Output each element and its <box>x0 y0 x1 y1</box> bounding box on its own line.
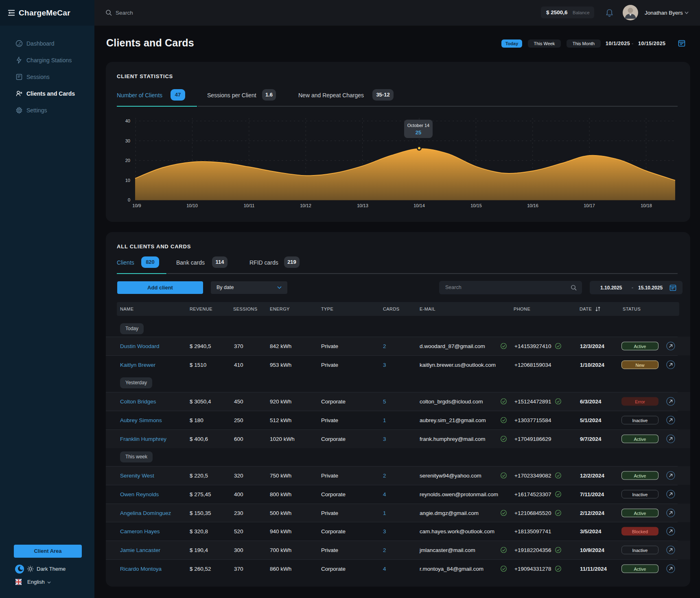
svg-text:10/17: 10/17 <box>584 203 595 208</box>
svg-text:10/11: 10/11 <box>244 203 255 208</box>
svg-text:10/10: 10/10 <box>186 203 198 208</box>
svg-text:10/18: 10/18 <box>641 203 652 208</box>
svg-text:10/13: 10/13 <box>357 203 368 208</box>
svg-text:10/14: 10/14 <box>413 203 425 208</box>
svg-text:25: 25 <box>416 129 421 136</box>
svg-text:10/12: 10/12 <box>300 203 311 208</box>
svg-text:20: 20 <box>125 158 130 163</box>
svg-text:40: 40 <box>125 118 130 123</box>
svg-text:30: 30 <box>125 138 130 143</box>
svg-text:October 14: October 14 <box>407 123 429 128</box>
svg-text:0: 0 <box>128 197 130 202</box>
svg-text:10: 10 <box>125 178 130 183</box>
svg-text:10/15: 10/15 <box>470 203 482 208</box>
svg-text:10/16: 10/16 <box>527 203 538 208</box>
svg-text:10/9: 10/9 <box>132 203 141 208</box>
